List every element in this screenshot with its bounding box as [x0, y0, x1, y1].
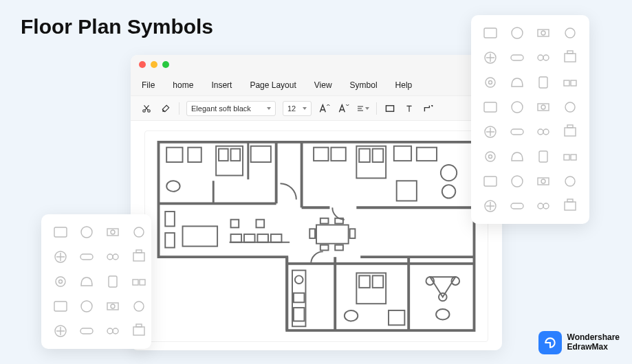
- circle-chair-icon[interactable]: [481, 49, 500, 66]
- table-square-icon[interactable]: [508, 74, 527, 91]
- corner-sofa-icon[interactable]: [51, 224, 70, 240]
- svg-rect-59: [567, 51, 573, 54]
- svg-rect-41: [359, 275, 370, 288]
- minimize-icon[interactable]: [151, 61, 157, 68]
- svg-rect-58: [565, 54, 576, 62]
- fan-icon[interactable]: [481, 124, 500, 140]
- side-table-icon[interactable]: [508, 173, 527, 190]
- rectangle-tool-icon[interactable]: [384, 102, 396, 115]
- chair-side-icon[interactable]: [534, 74, 553, 91]
- meeting-8-icon[interactable]: [51, 273, 70, 290]
- chair-icon[interactable]: [51, 323, 70, 339]
- monitor-icon[interactable]: [560, 49, 580, 66]
- svg-rect-3: [166, 148, 182, 162]
- small-round-icon[interactable]: [129, 298, 149, 315]
- svg-rect-98: [80, 254, 93, 260]
- symbol-panel-right: [471, 15, 589, 224]
- round-table-2-icon[interactable]: [560, 124, 580, 140]
- round-table-icon[interactable]: [508, 124, 527, 140]
- square-icon[interactable]: [534, 173, 553, 190]
- maximize-icon[interactable]: [162, 61, 169, 68]
- menu-page-layout[interactable]: Page Layout: [250, 80, 296, 90]
- menu-file[interactable]: File: [142, 80, 155, 90]
- table-pair-icon[interactable]: [129, 249, 149, 265]
- chair-wheels-icon[interactable]: [481, 99, 500, 115]
- close-icon[interactable]: [139, 61, 146, 68]
- square-table-icon[interactable]: [51, 298, 70, 315]
- svg-rect-105: [109, 276, 117, 287]
- stool-bar-icon[interactable]: [508, 99, 527, 115]
- stool-pair-icon[interactable]: [534, 99, 553, 115]
- svg-rect-21: [165, 233, 175, 247]
- svg-rect-16: [417, 148, 437, 161]
- svg-point-88: [538, 203, 543, 209]
- sofa-single-icon[interactable]: [481, 25, 500, 41]
- meeting-6-icon[interactable]: [103, 249, 122, 265]
- font-select[interactable]: Elegant soft black: [186, 101, 276, 116]
- chair-round-icon[interactable]: [508, 25, 527, 41]
- svg-rect-13: [314, 148, 328, 161]
- rect-2-icon[interactable]: [560, 148, 580, 165]
- fan-top-icon[interactable]: [77, 249, 96, 265]
- svg-rect-33: [335, 245, 343, 251]
- armchair-icon[interactable]: [560, 25, 580, 41]
- svg-rect-118: [136, 324, 142, 327]
- cut-icon[interactable]: [140, 102, 153, 115]
- font-size-select[interactable]: 12: [283, 101, 312, 116]
- canvas[interactable]: [144, 130, 488, 342]
- round-table-icon[interactable]: [77, 298, 96, 315]
- rect-icon[interactable]: [534, 148, 553, 165]
- text-tool-icon[interactable]: [403, 102, 415, 115]
- svg-rect-114: [80, 328, 93, 334]
- svg-rect-24: [244, 234, 255, 242]
- chair-top-icon[interactable]: [77, 273, 96, 290]
- dial-icon[interactable]: [534, 124, 553, 140]
- font-size-value: 12: [287, 104, 296, 113]
- svg-rect-25: [257, 234, 268, 242]
- menu-help[interactable]: Help: [395, 80, 413, 90]
- svg-point-5: [166, 181, 179, 192]
- bench-icon[interactable]: [560, 74, 580, 91]
- increase-font-icon[interactable]: [318, 102, 331, 115]
- headrest-icon[interactable]: [508, 49, 527, 66]
- svg-rect-102: [136, 250, 142, 253]
- blank-icon[interactable]: [129, 323, 149, 339]
- menu-insert[interactable]: Insert: [211, 80, 232, 90]
- decrease-font-icon[interactable]: [338, 102, 350, 115]
- rect-table-icon[interactable]: [103, 298, 122, 315]
- brand-logo-icon: [538, 331, 562, 354]
- desk-icon[interactable]: [481, 74, 500, 91]
- svg-point-68: [541, 105, 545, 109]
- desk-chair-icon[interactable]: [77, 224, 96, 240]
- desk-double-icon[interactable]: [560, 99, 580, 115]
- settee-icon[interactable]: [508, 198, 527, 214]
- double-chair-icon[interactable]: [534, 198, 553, 214]
- menu-home[interactable]: home: [173, 80, 193, 90]
- dining-round-icon[interactable]: [560, 173, 580, 190]
- menu-view[interactable]: View: [314, 80, 332, 90]
- svg-rect-112: [134, 302, 144, 311]
- lamp-icon[interactable]: [534, 49, 553, 66]
- svg-rect-28: [256, 220, 264, 228]
- connector-tool-icon[interactable]: [422, 102, 435, 115]
- round-6-icon[interactable]: [51, 249, 70, 265]
- round-icon[interactable]: [77, 323, 96, 339]
- lounge-icon[interactable]: [481, 198, 500, 214]
- meeting-4-icon[interactable]: [129, 224, 149, 240]
- align-icon[interactable]: [357, 102, 369, 115]
- svg-point-43: [345, 310, 358, 321]
- square-2-icon[interactable]: [103, 323, 122, 339]
- svg-rect-62: [539, 77, 547, 88]
- menu-symbol[interactable]: Symbol: [350, 80, 378, 90]
- chair-outline-icon[interactable]: [534, 25, 553, 41]
- stool-icon[interactable]: [481, 173, 500, 190]
- oval-table-icon[interactable]: [129, 273, 149, 290]
- svg-point-77: [489, 155, 492, 159]
- blob-icon[interactable]: [508, 148, 527, 165]
- dining-4-icon[interactable]: [103, 224, 122, 240]
- chair-side-2-icon[interactable]: [481, 148, 500, 165]
- round-seating-icon[interactable]: [560, 198, 580, 214]
- conference-icon[interactable]: [103, 273, 122, 290]
- format-painter-icon[interactable]: [160, 102, 172, 115]
- svg-point-82: [512, 176, 523, 187]
